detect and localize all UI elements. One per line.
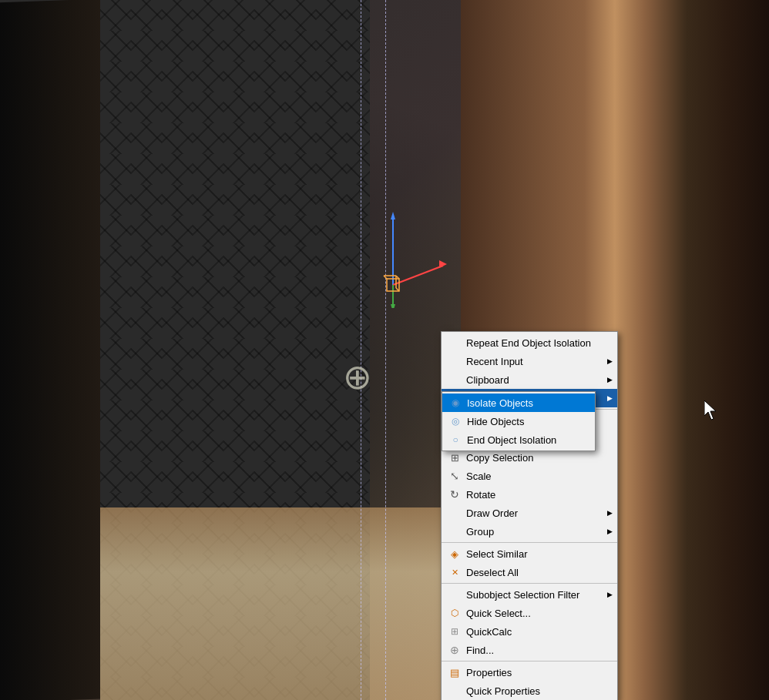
select-similar-icon <box>448 547 462 561</box>
menu-item-repeat-end-isolation[interactable]: Repeat End Object Isolation <box>442 333 617 352</box>
menu-label-select-similar: Select Similar <box>466 548 611 560</box>
menu-label-quick-select: Quick Select... <box>466 608 611 619</box>
no-icon <box>448 336 462 350</box>
menu-item-group[interactable]: Group <box>442 522 617 541</box>
menu-item-quick-select[interactable]: Quick Select... <box>442 604 617 622</box>
copy-icon <box>448 450 462 464</box>
menu-label-find: Find... <box>466 645 611 656</box>
menu-label-clipboard: Clipboard <box>466 374 611 386</box>
submenu-item-end-isolation[interactable]: End Object Isolation <box>442 430 595 449</box>
submenu-label-hide-objects: Hide Objects <box>467 416 524 427</box>
properties-icon <box>448 665 462 679</box>
menu-item-subobject-filter[interactable]: Subobject Selection Filter <box>442 585 617 604</box>
deselect-icon <box>448 565 462 579</box>
end-isolation-icon <box>448 433 462 447</box>
no-icon <box>448 684 462 698</box>
menu-item-properties[interactable]: Properties <box>442 663 617 682</box>
menu-label-quickcalc: QuickCalc <box>466 626 611 638</box>
menu-label-quick-properties: Quick Properties <box>466 685 611 697</box>
no-icon <box>448 506 462 520</box>
3d-viewport[interactable]: ⊕ <box>0 0 769 700</box>
submenu-label-end-isolation: End Object Isolation <box>467 434 556 446</box>
no-icon <box>448 524 462 538</box>
no-icon <box>448 588 462 601</box>
hide-icon <box>448 414 462 428</box>
menu-item-find[interactable]: Find... <box>442 641 617 659</box>
submenu-item-hide-objects[interactable]: Hide Objects <box>442 412 595 430</box>
menu-label-copy-selection: Copy Selection <box>466 452 611 464</box>
menu-item-clipboard[interactable]: Clipboard <box>442 370 617 389</box>
quickcalc-icon <box>448 625 462 638</box>
menu-item-select-similar[interactable]: Select Similar <box>442 544 617 563</box>
menu-item-rotate[interactable]: Rotate <box>442 485 617 504</box>
no-icon <box>448 373 462 387</box>
svg-line-2 <box>393 266 443 285</box>
context-menu: Repeat End Object Isolation Recent Input… <box>441 331 618 700</box>
menu-item-quick-properties[interactable]: Quick Properties <box>442 682 617 700</box>
menu-label-repeat-end-isolation: Repeat End Object Isolation <box>466 337 611 349</box>
menu-item-scale[interactable]: Scale <box>442 467 617 485</box>
menu-label-properties: Properties <box>466 667 611 678</box>
menu-item-quickcalc[interactable]: QuickCalc <box>442 622 617 641</box>
menu-label-subobject-filter: Subobject Selection Filter <box>466 589 611 601</box>
menu-item-recent-input[interactable]: Recent Input <box>442 352 617 370</box>
quick-select-icon <box>448 606 462 620</box>
svg-marker-3 <box>439 260 447 268</box>
svg-text:⊕: ⊕ <box>343 357 372 397</box>
isolate-icon <box>448 396 462 410</box>
rotate-icon <box>448 487 462 501</box>
menu-label-rotate: Rotate <box>466 489 611 501</box>
separator-2 <box>442 542 617 543</box>
isolate-submenu: Isolate Objects Hide Objects End Object … <box>442 391 596 451</box>
menu-item-deselect-all[interactable]: Deselect All <box>442 563 617 581</box>
submenu-item-isolate-objects[interactable]: Isolate Objects <box>442 394 595 412</box>
no-icon <box>448 354 462 368</box>
menu-item-draw-order[interactable]: Draw Order <box>442 504 617 522</box>
submenu-label-isolate-objects: Isolate Objects <box>467 397 533 409</box>
separator-4 <box>442 661 617 661</box>
scale-icon <box>448 469 462 483</box>
menu-label-draw-order: Draw Order <box>466 507 611 519</box>
svg-marker-1 <box>391 212 395 219</box>
separator-3 <box>442 583 617 584</box>
find-icon <box>448 643 462 657</box>
transform-gizmo <box>370 208 447 308</box>
menu-label-scale: Scale <box>466 471 611 482</box>
selection-handles: ⊕ <box>339 350 401 427</box>
menu-label-deselect-all: Deselect All <box>466 567 611 578</box>
floor-area <box>100 507 485 700</box>
menu-label-recent-input: Recent Input <box>466 356 611 367</box>
svg-marker-5 <box>391 304 395 308</box>
menu-label-group: Group <box>466 526 611 538</box>
